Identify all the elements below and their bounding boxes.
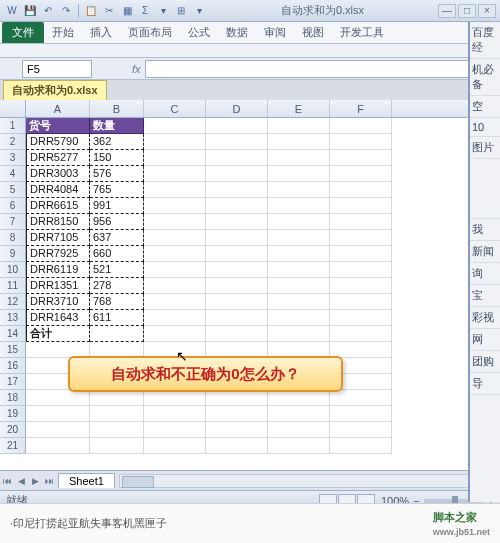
row-header[interactable]: 11 — [0, 278, 26, 294]
prev-sheet-button[interactable]: ◀ — [14, 476, 28, 486]
chart-icon[interactable]: ▾ — [155, 3, 171, 19]
tab-home[interactable]: 开始 — [44, 22, 82, 43]
name-box[interactable]: F5 — [22, 60, 92, 78]
cell[interactable]: 765 — [90, 182, 144, 198]
sort-icon[interactable]: ⊞ — [173, 3, 189, 19]
cell[interactable]: 956 — [90, 214, 144, 230]
row-header[interactable]: 20 — [0, 422, 26, 438]
cell[interactable]: DRR3003 — [26, 166, 90, 182]
row-header[interactable]: 9 — [0, 246, 26, 262]
first-sheet-button[interactable]: ⏮ — [0, 476, 14, 486]
row-header[interactable]: 12 — [0, 294, 26, 310]
row-header[interactable]: 8 — [0, 230, 26, 246]
title-bar: W 💾 ↶ ↷ 📋 ✂ ▦ Σ ▾ ⊞ ▾ 自动求和为0.xlsx — □ × — [0, 0, 500, 22]
row-header[interactable]: 1 — [0, 118, 26, 134]
paste-icon[interactable]: 📋 — [83, 3, 99, 19]
cell[interactable] — [90, 326, 144, 342]
row-headers: 123456789101112131415161718192021 — [0, 118, 26, 454]
tab-layout[interactable]: 页面布局 — [120, 22, 180, 43]
news-headline[interactable]: ·印尼打捞起亚航失事客机黑匣子 — [10, 516, 167, 531]
tab-data[interactable]: 数据 — [218, 22, 256, 43]
row-header[interactable]: 10 — [0, 262, 26, 278]
cell[interactable]: DRR4084 — [26, 182, 90, 198]
cell[interactable]: DRR5790 — [26, 134, 90, 150]
wps-icon[interactable]: W — [4, 3, 20, 19]
document-tab[interactable]: 自动求和为0.xlsx — [3, 80, 107, 100]
tab-view[interactable]: 视图 — [294, 22, 332, 43]
table-icon[interactable]: ▦ — [119, 3, 135, 19]
col-header[interactable]: B — [90, 100, 144, 117]
row-header[interactable]: 21 — [0, 438, 26, 454]
next-sheet-button[interactable]: ▶ — [28, 476, 42, 486]
cell[interactable]: DRR3710 — [26, 294, 90, 310]
cut-icon[interactable]: ✂ — [101, 3, 117, 19]
page-footer: ·印尼打捞起亚航失事客机黑匣子 脚本之家www.jb51.net — [0, 503, 500, 543]
cell[interactable]: 150 — [90, 150, 144, 166]
select-all-corner[interactable] — [0, 100, 26, 117]
row-header[interactable]: 16 — [0, 358, 26, 374]
formula-bar-row: F5 fx — [0, 58, 500, 80]
quick-access-toolbar: W 💾 ↶ ↷ 📋 ✂ ▦ Σ ▾ ⊞ ▾ — [4, 3, 207, 19]
cell[interactable]: 660 — [90, 246, 144, 262]
row-header[interactable]: 17 — [0, 374, 26, 390]
row-header[interactable]: 2 — [0, 134, 26, 150]
tab-formula[interactable]: 公式 — [180, 22, 218, 43]
redo-icon[interactable]: ↷ — [58, 3, 74, 19]
row-header[interactable]: 6 — [0, 198, 26, 214]
cells-area[interactable]: 货号 数量 DRR5790362DRR5277150DRR3003576DRR4… — [26, 118, 498, 454]
cell[interactable]: DRR6615 — [26, 198, 90, 214]
row-header[interactable]: 13 — [0, 310, 26, 326]
horizontal-scrollbar[interactable] — [119, 474, 496, 488]
cell[interactable]: 278 — [90, 278, 144, 294]
row-header[interactable]: 3 — [0, 150, 26, 166]
cell[interactable]: DRR7925 — [26, 246, 90, 262]
tab-review[interactable]: 审阅 — [256, 22, 294, 43]
cell[interactable]: DRR6119 — [26, 262, 90, 278]
cell-total[interactable]: 合计 — [26, 326, 90, 342]
fx-label[interactable]: fx — [132, 63, 141, 75]
cell[interactable]: DRR7105 — [26, 230, 90, 246]
cell[interactable]: DRR1643 — [26, 310, 90, 326]
row-header[interactable]: 18 — [0, 390, 26, 406]
site-url: www.jb51.net — [433, 527, 490, 537]
filter-icon[interactable]: ▾ — [191, 3, 207, 19]
formula-bar[interactable] — [145, 60, 496, 78]
col-header[interactable]: D — [206, 100, 268, 117]
maximize-button[interactable]: □ — [458, 4, 476, 18]
site-name[interactable]: 脚本之家 — [433, 511, 477, 523]
row-header[interactable]: 5 — [0, 182, 26, 198]
row-header[interactable]: 14 — [0, 326, 26, 342]
last-sheet-button[interactable]: ⏭ — [42, 476, 56, 486]
close-button[interactable]: × — [478, 4, 496, 18]
row-header[interactable]: 4 — [0, 166, 26, 182]
callout-box: 自动求和不正确为0怎么办？ — [68, 356, 343, 392]
sum-icon[interactable]: Σ — [137, 3, 153, 19]
cell[interactable]: DRR1351 — [26, 278, 90, 294]
cell-header[interactable]: 货号 — [26, 118, 90, 134]
row-header[interactable]: 7 — [0, 214, 26, 230]
minimize-button[interactable]: — — [438, 4, 456, 18]
cell[interactable]: DRR5277 — [26, 150, 90, 166]
row-header[interactable]: 15 — [0, 342, 26, 358]
undo-icon[interactable]: ↶ — [40, 3, 56, 19]
col-header[interactable]: E — [268, 100, 330, 117]
tab-dev[interactable]: 开发工具 — [332, 22, 392, 43]
row-header[interactable]: 19 — [0, 406, 26, 422]
cell-header[interactable]: 数量 — [90, 118, 144, 134]
sheet-tab[interactable]: Sheet1 — [58, 473, 115, 488]
cell[interactable]: 991 — [90, 198, 144, 214]
cell[interactable]: 521 — [90, 262, 144, 278]
cell[interactable]: 576 — [90, 166, 144, 182]
col-header[interactable]: F — [330, 100, 392, 117]
save-icon[interactable]: 💾 — [22, 3, 38, 19]
cell[interactable]: 611 — [90, 310, 144, 326]
cell[interactable]: 637 — [90, 230, 144, 246]
cell[interactable]: DRR8150 — [26, 214, 90, 230]
cell[interactable]: 362 — [90, 134, 144, 150]
file-tab[interactable]: 文件 — [2, 22, 44, 43]
spreadsheet-grid[interactable]: A B C D E F 1234567891011121314151617181… — [0, 100, 500, 470]
col-header[interactable]: A — [26, 100, 90, 117]
tab-insert[interactable]: 插入 — [82, 22, 120, 43]
col-header[interactable]: C — [144, 100, 206, 117]
cell[interactable]: 768 — [90, 294, 144, 310]
